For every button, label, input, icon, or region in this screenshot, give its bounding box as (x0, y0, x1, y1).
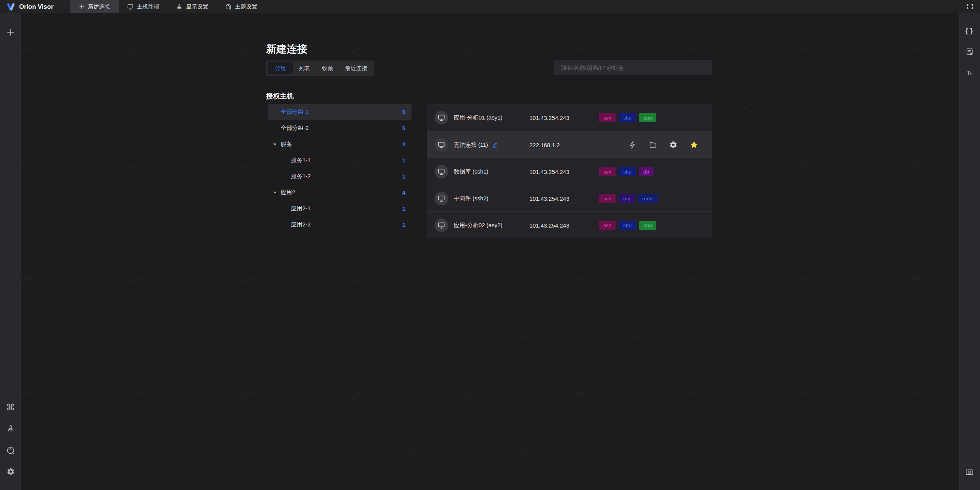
host-monitor-icon (434, 192, 448, 205)
host-count-badge: 2 (402, 141, 405, 147)
host-tag: app (639, 221, 657, 230)
logo-v-icon (5, 2, 16, 12)
add-icon[interactable] (4, 25, 18, 39)
settings-gear-icon[interactable] (4, 465, 18, 479)
host-name: 数据库 (ssh1) (454, 158, 488, 185)
host-tag: ssh (599, 194, 616, 203)
host-row[interactable]: 无法连接 (11) 222.168.1.2 (427, 131, 712, 158)
host-tag: db (639, 167, 653, 176)
stamp-icon (176, 3, 183, 10)
edit-pencil-icon[interactable] (492, 142, 498, 148)
host-row[interactable]: 应用-分析02 (asy2) 101.43.254.243 ssh sftp a… (427, 211, 712, 238)
tree-item[interactable]: 服务1-1 1 (268, 152, 412, 168)
command-icon[interactable]: ⌘ (4, 400, 18, 414)
sort-arrows-icon[interactable] (963, 66, 977, 80)
left-sidebar: ⌘ (0, 13, 21, 490)
bookmark-document-icon[interactable] (963, 45, 977, 59)
view-tab-recent[interactable]: 最近连接 (339, 62, 373, 74)
host-tag: sftp (619, 113, 636, 122)
search-input[interactable] (554, 64, 712, 71)
tree-item[interactable]: 应用2-1 1 (268, 200, 412, 216)
fullscreen-icon[interactable] (966, 3, 974, 10)
tree-item[interactable]: 应用2-2 1 (268, 216, 412, 233)
host-settings-gear-icon[interactable] (669, 141, 678, 149)
host-monitor-icon (434, 165, 448, 179)
view-tab-favorite[interactable]: 收藏 (316, 62, 339, 74)
host-tags: ssh mq redis (599, 185, 661, 212)
view-tab-group: 分组 列表 收藏 最近连接 (266, 61, 374, 76)
host-search (554, 60, 712, 75)
host-ip: 101.43.254.243 (529, 185, 569, 212)
host-row[interactable]: 数据库 (ssh1) 101.43.254.243 ssh sftp db (427, 158, 712, 185)
watermark-layer: adminadminadminadminadminadminadminadmin… (0, 0, 980, 490)
host-ip: 222.168.1.2 (529, 131, 560, 158)
app-title: Orion Visor (19, 3, 54, 10)
host-tag: sftp (619, 167, 636, 176)
host-list: 应用-分析01 (asy1) 101.43.254.243 ssh sftp a… (427, 104, 712, 238)
host-monitor-icon (434, 218, 448, 232)
host-count-badge: 4 (402, 189, 405, 196)
group-tree: 全部分组-1 5 全部分组-2 5 服务 2 服务1-1 1 服务1-2 1 应… (268, 104, 412, 233)
host-count-badge: 1 (402, 173, 405, 180)
host-count-badge: 5 (402, 125, 405, 131)
host-tags: ssh sftp app (599, 104, 660, 131)
host-monitor-icon (434, 138, 448, 152)
host-tag: redis (638, 194, 658, 203)
host-count-badge: 1 (402, 157, 405, 164)
host-name: 中间件 (ssh2) (454, 185, 488, 212)
host-count-badge: 5 (402, 109, 405, 115)
host-row[interactable]: 应用-分析01 (asy1) 101.43.254.243 ssh sftp a… (427, 104, 712, 131)
view-tab-list-mode[interactable]: 列表 (293, 62, 316, 74)
tree-item[interactable]: 服务 2 (268, 136, 412, 152)
host-monitor-icon (434, 111, 448, 125)
screenshot-camera-icon[interactable] (963, 465, 977, 479)
host-ip: 101.43.254.243 (529, 212, 569, 239)
caret-down-icon[interactable] (273, 143, 277, 146)
sftp-folder-icon[interactable] (649, 141, 657, 149)
host-ip: 101.43.254.243 (529, 158, 569, 185)
page-title: 新建连接 (266, 42, 307, 56)
palette-icon[interactable] (4, 443, 18, 457)
tab-theme-settings[interactable]: 主题设置 (217, 0, 266, 13)
host-tag: ssh (599, 167, 616, 176)
tree-item[interactable]: 全部分组-2 5 (268, 120, 412, 136)
host-tag: mq (619, 194, 635, 203)
host-actions (629, 131, 699, 158)
host-count-badge: 1 (402, 205, 405, 212)
monitor-icon (127, 3, 134, 10)
view-tab-group-mode[interactable]: 分组 (268, 62, 293, 74)
braces-icon[interactable]: {} (963, 24, 977, 38)
host-tags: ssh sftp app (599, 212, 660, 239)
stamp-icon[interactable] (4, 422, 18, 436)
host-tag: ssh (599, 113, 616, 122)
host-row[interactable]: 中间件 (ssh2) 101.43.254.243 ssh mq redis (427, 185, 712, 211)
tab-host-terminal[interactable]: 主机终端 (119, 0, 168, 13)
host-tags: ssh sftp db (599, 158, 657, 185)
tab-display-settings[interactable]: 显示设置 (168, 0, 217, 13)
app-logo: Orion Visor (0, 2, 70, 12)
host-name: 应用-分析01 (asy1) (454, 104, 503, 131)
host-name: 无法连接 (11) (454, 131, 498, 158)
tree-item[interactable]: 服务1-2 1 (268, 168, 412, 184)
caret-down-icon[interactable] (273, 191, 277, 194)
host-tag: ssh (599, 221, 616, 230)
right-sidebar: {} (959, 13, 980, 490)
host-tag: app (639, 113, 657, 122)
tree-item[interactable]: 全部分组-1 5 (268, 104, 412, 120)
section-title: 授权主机 (266, 92, 294, 101)
topbar: Orion Visor 新建连接 主机终端 显示设置 主题设置 (0, 0, 980, 13)
tree-item[interactable]: 应用2 4 (268, 184, 412, 200)
host-ip: 101.43.254.243 (529, 104, 569, 131)
host-name: 应用-分析02 (asy2) (454, 212, 503, 239)
palette-icon (225, 3, 232, 10)
terminal-connect-bolt-icon[interactable] (629, 141, 637, 149)
favorite-star-icon[interactable] (689, 140, 699, 149)
host-count-badge: 1 (402, 221, 405, 228)
plus-icon (79, 4, 85, 10)
tab-new-connection[interactable]: 新建连接 (70, 0, 119, 13)
host-tag: sftp (619, 221, 636, 230)
